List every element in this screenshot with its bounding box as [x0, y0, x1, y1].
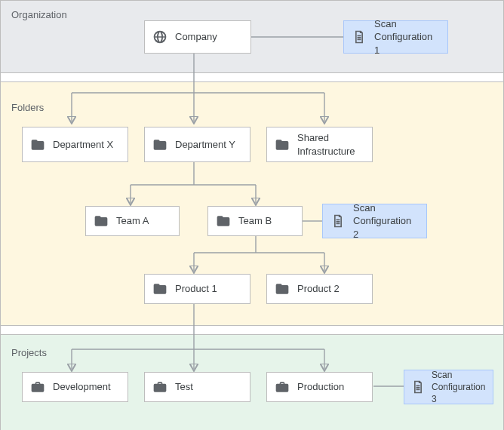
node-scan-config-1: Scan Configuration 1 [343, 20, 448, 54]
node-product-1: Product 1 [144, 274, 250, 304]
node-scan-config-3: Scan Configuration 3 [404, 370, 493, 404]
node-production: Production [266, 372, 373, 402]
node-department-x: Department X [22, 127, 128, 162]
node-department-y: Department Y [144, 127, 250, 162]
briefcase-icon [30, 379, 45, 395]
document-icon [352, 29, 367, 45]
zone-label-projects: Projects [11, 347, 47, 358]
node-label: Test [175, 380, 193, 394]
node-label: Production [297, 380, 344, 394]
node-product-2: Product 2 [266, 274, 373, 304]
folder-icon [275, 137, 290, 152]
document-icon [410, 379, 426, 395]
node-label: Department Y [175, 138, 235, 152]
node-team-b: Team B [207, 206, 303, 236]
node-label: Shared Infrastructure [297, 131, 355, 158]
node-label: Product 1 [175, 282, 217, 296]
folder-icon [152, 137, 167, 152]
node-label: Development [53, 380, 111, 394]
briefcase-icon [275, 379, 290, 395]
node-label: Product 2 [297, 282, 340, 296]
node-label: Team B [238, 214, 272, 228]
folder-icon [30, 137, 45, 152]
node-company: Company [144, 20, 251, 54]
folder-icon [216, 213, 231, 229]
node-label: Scan Configuration 2 [353, 201, 419, 241]
node-team-a: Team A [85, 206, 180, 236]
node-label: Scan Configuration 3 [432, 369, 487, 406]
zone-folders: Folders [1, 81, 503, 326]
zone-label-folders: Folders [11, 102, 44, 113]
globe-icon [152, 29, 167, 45]
node-development: Development [22, 372, 128, 402]
node-label: Company [175, 30, 217, 44]
folder-icon [152, 281, 167, 296]
node-label: Team A [116, 214, 149, 228]
node-shared-infrastructure: Shared Infrastructure [266, 127, 373, 162]
zone-label-organization: Organization [11, 9, 67, 20]
document-icon [330, 213, 346, 229]
node-test: Test [144, 372, 250, 402]
briefcase-icon [152, 379, 167, 395]
folder-icon [275, 281, 290, 296]
folder-icon [94, 213, 109, 229]
node-label: Scan Configuration 1 [374, 17, 440, 57]
hierarchy-diagram: Organization Folders Projects [0, 0, 504, 430]
node-label: Department X [53, 138, 113, 152]
node-scan-config-2: Scan Configuration 2 [322, 204, 427, 238]
